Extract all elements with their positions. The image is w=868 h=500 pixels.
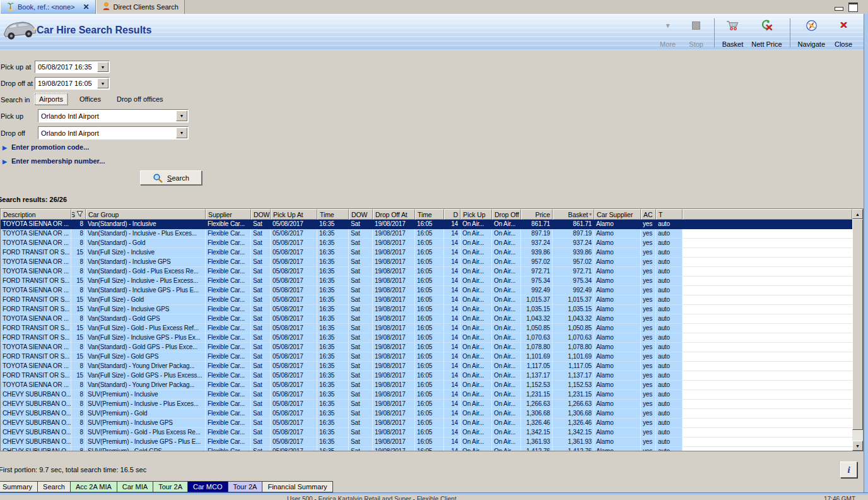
cell-drop_off_at: 19/08/2017 [373, 371, 415, 381]
scroll-down-icon[interactable]: ▼ [852, 441, 863, 451]
column-header-ac[interactable]: AC [641, 209, 656, 220]
stop-button[interactable]: Stop [685, 17, 708, 49]
drop-off-dropdown-icon[interactable]: ▼ [176, 128, 187, 138]
basket-button[interactable]: Basket [721, 17, 745, 49]
pick-up-at-field[interactable]: 05/08/2017 16:35 ▼ [35, 61, 110, 73]
scrollbar-thumb[interactable] [852, 219, 863, 430]
result-row[interactable]: CHEVY SUBURBAN O...8SUV(Premium) - GoldF… [1, 409, 852, 419]
result-row[interactable]: FORD TRANSIT OR S...15Van(Full Size) - G… [1, 352, 852, 362]
workspace-tab-acc-2a-mia[interactable]: Acc 2A MIA [71, 481, 117, 492]
workspace-tab-summary[interactable]: Summary [0, 481, 38, 492]
result-row[interactable]: FORD TRANSIT OR S...15Van(Full Size) - G… [1, 371, 852, 381]
minimize-button[interactable] [834, 3, 844, 11]
result-row[interactable]: TOYOTA SIENNA OR ...8Van(Standard) - You… [1, 362, 852, 371]
result-row[interactable]: TOYOTA SIENNA OR ...8Van(Standard) - Inc… [1, 220, 852, 229]
drop-off-combobox[interactable]: Orlando Intl Airport ▼ [38, 126, 189, 140]
info-button[interactable]: i [840, 461, 857, 478]
cell-time1: 16:35 [317, 409, 349, 419]
workspace-tab-search[interactable]: Search [38, 481, 71, 492]
result-row[interactable]: CHEVY SUBURBAN O...8SUV(Premium) - Inclu… [1, 400, 852, 409]
column-header-d[interactable]: D [444, 209, 460, 220]
promotion-code-link[interactable]: ▶Enter promotion code... [3, 143, 89, 151]
cell-t: auto [656, 343, 683, 352]
workspace-tab-tour-2a[interactable]: Tour 2A [228, 481, 263, 492]
result-row[interactable]: FORD TRANSIT OR S...15Van(Full Size) - G… [1, 324, 852, 333]
column-header-time1[interactable]: Time [317, 209, 349, 220]
result-row[interactable]: FORD TRANSIT OR S...15Van(Full Size) - I… [1, 248, 852, 258]
result-row[interactable]: CHEVY SUBURBAN O...8SUV(Premium) - Inclu… [1, 419, 852, 428]
cell-pick_up_at: 05/08/2017 [271, 352, 317, 362]
workspace-tab-car-mia[interactable]: Car MIA [117, 481, 153, 492]
tab-close-icon[interactable]: ✕ [83, 3, 90, 11]
cell-pick_up_at: 05/08/2017 [271, 428, 317, 437]
maximize-button[interactable] [848, 3, 858, 11]
column-header-time2[interactable]: Time [415, 209, 444, 220]
column-header-pick_up[interactable]: Pick Up [460, 209, 492, 220]
column-header-supplier[interactable]: Supplier [206, 209, 251, 220]
pick-up-at-dropdown-icon[interactable]: ▼ [97, 62, 108, 72]
cell-ac: yes [641, 362, 656, 371]
column-header-basket[interactable]: Basket▾ [553, 209, 594, 220]
more-button[interactable]: ▼More [657, 17, 679, 49]
membership-number-link[interactable]: ▶Enter membership number... [3, 157, 105, 165]
column-header-s[interactable]: S [71, 209, 86, 220]
result-row[interactable]: CHEVY SUBURBAN O...8SUV(Premium) - Inclu… [1, 437, 852, 447]
result-row[interactable]: CHEVY SUBURBAN O...8SUV(Premium) - Gold … [1, 447, 852, 451]
search-in-option-drop-off-offices[interactable]: Drop off offices [113, 94, 167, 104]
filter-funnel-icon[interactable] [76, 211, 83, 218]
cell-car_group: SUV(Premium) - Gold GPS [86, 447, 206, 451]
result-row[interactable]: FORD TRANSIT OR S...15Van(Full Size) - I… [1, 305, 852, 314]
cell-filler [683, 447, 852, 451]
navigate-button[interactable]: Navigate [797, 17, 826, 49]
result-row[interactable]: TOYOTA SIENNA OR ...8Van(Standard) - Gol… [1, 239, 852, 248]
cell-d: 14 [444, 343, 460, 352]
result-row[interactable]: FORD TRANSIT OR S...15Van(Full Size) - I… [1, 277, 852, 286]
result-row[interactable]: CHEVY SUBURBAN O...8SUV(Premium) - Inclu… [1, 390, 852, 400]
drop-off-at-dropdown-icon[interactable]: ▼ [97, 78, 108, 88]
result-row[interactable]: TOYOTA SIENNA OR ...8Van(Standard) - You… [1, 381, 852, 390]
cell-d: 14 [444, 239, 460, 248]
minimize-icon [835, 7, 843, 11]
result-row[interactable]: TOYOTA SIENNA OR ...8Van(Standard) - Inc… [1, 229, 852, 239]
result-row[interactable]: CHEVY SUBURBAN O...8SUV(Premium) - Gold … [1, 428, 852, 437]
close-button[interactable]: ✕Close [832, 17, 855, 49]
cell-car_supplier: Alamo [594, 267, 641, 277]
search-in-option-airports[interactable]: Airports [35, 93, 67, 105]
nett-price-button[interactable]: Nett Price [750, 17, 783, 49]
workspace-tab-tour-2a[interactable]: Tour 2A [153, 481, 188, 492]
result-row[interactable]: FORD TRANSIT OR S...15Van(Full Size) - G… [1, 295, 852, 305]
document-tab-2[interactable]: Direct Clients Search [96, 0, 185, 14]
pick-up-dropdown-icon[interactable]: ▼ [176, 110, 187, 121]
result-row[interactable]: TOYOTA SIENNA OR ...8Van(Standard) - Inc… [1, 286, 852, 295]
result-row[interactable]: TOYOTA SIENNA OR ...8Van(Standard) - Gol… [1, 343, 852, 352]
scroll-up-icon[interactable]: ▲ [852, 209, 863, 219]
cell-dow1: Sat [251, 437, 271, 447]
column-header-drop_off[interactable]: Drop Off [492, 209, 521, 220]
workspace-tab-car-mco[interactable]: Car MCO [188, 481, 228, 492]
result-row[interactable]: TOYOTA SIENNA OR ...8Van(Standard) - Gol… [1, 267, 852, 277]
cell-basket: 992.49 [553, 286, 594, 295]
column-header-car_supplier[interactable]: Car Supplier [594, 209, 641, 220]
column-header-price[interactable]: Price [521, 209, 553, 220]
cell-supplier: Flexible Car... [206, 447, 251, 451]
cell-pick_up_at: 05/08/2017 [271, 258, 317, 267]
search-in-option-offices[interactable]: Offices [76, 94, 105, 104]
column-header-dow1[interactable]: DOW [251, 209, 271, 220]
drop-off-at-field[interactable]: 19/08/2017 16:05 ▼ [35, 77, 110, 90]
vertical-scrollbar[interactable]: ▲ ▼ [852, 209, 863, 451]
document-tab-1[interactable]: Book, ref.: <none>✕ [0, 0, 96, 14]
result-row[interactable]: FORD TRANSIT OR S...15Van(Full Size) - I… [1, 333, 852, 343]
column-header-drop_off_at[interactable]: Drop Off At [373, 209, 415, 220]
pick-up-combobox[interactable]: Orlando Intl Airport ▼ [38, 109, 189, 122]
cell-car_supplier: Alamo [594, 258, 641, 267]
column-header-car_group[interactable]: Car Group [86, 209, 206, 220]
column-header-description[interactable]: Description [1, 209, 71, 220]
column-header-t[interactable]: T [656, 209, 683, 220]
search-button[interactable]: Search [140, 170, 202, 185]
cell-dow1: Sat [251, 400, 271, 409]
column-header-pick_up_at[interactable]: Pick Up At [271, 209, 317, 220]
workspace-tab-financial-summary[interactable]: Financial Summary [262, 481, 332, 492]
column-header-dow2[interactable]: DOW [349, 209, 373, 220]
result-row[interactable]: TOYOTA SIENNA OR ...8Van(Standard) - Gol… [1, 314, 852, 324]
result-row[interactable]: TOYOTA SIENNA OR ...8Van(Standard) - Inc… [1, 258, 852, 267]
